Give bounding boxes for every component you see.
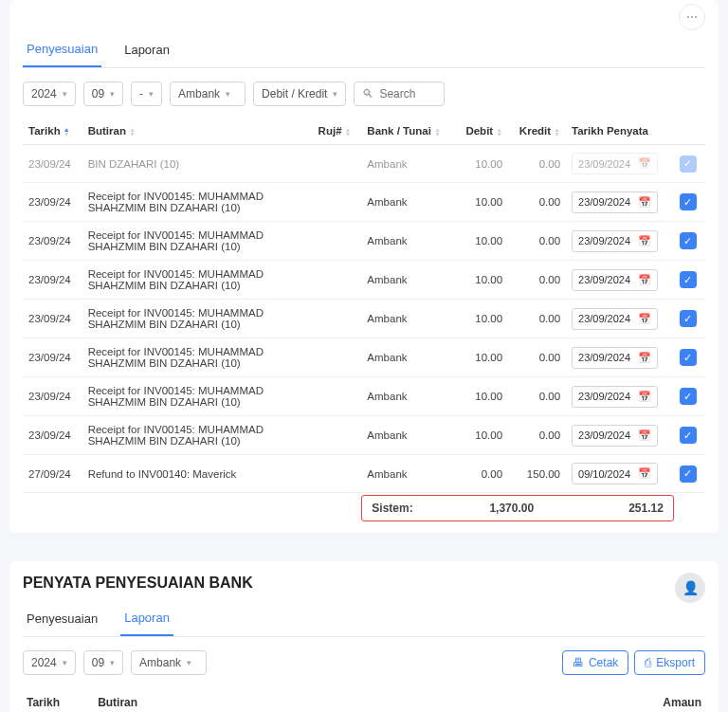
dash-select[interactable]: -▾ <box>131 82 162 106</box>
month-value-2: 09 <box>92 656 104 669</box>
col-banktunai[interactable]: Bank / Tunai▲▼ <box>361 118 455 145</box>
reconciliation-panel: ⋯ Penyesuaian Laporan 2024▾ 09▾ -▾ Amban… <box>9 0 719 533</box>
print-button[interactable]: 🖶Cetak <box>562 650 628 675</box>
year-select-2[interactable]: 2024▾ <box>23 650 76 675</box>
col-tarikh[interactable]: Tarikh▲▼ <box>23 118 82 145</box>
calendar-icon: 📅 <box>638 235 651 247</box>
date-input[interactable]: 23/09/2024 📅 <box>572 192 658 213</box>
cell-penyata: 23/09/2024 📅 <box>566 145 674 183</box>
date-input[interactable]: 23/09/2024 📅 <box>572 347 658 369</box>
totals-debit: 1,370.00 <box>438 502 628 515</box>
tab-laporan[interactable]: Laporan <box>120 35 173 66</box>
cell-butiran: Refund to INV00140: Maverick <box>82 455 313 493</box>
filter-bar: 2024▾ 09▾ -▾ Ambank▾ Debit / Kredit▾ 🔍︎ <box>23 82 705 106</box>
col-ruj[interactable]: Ruj#▲▼ <box>313 118 362 145</box>
cell-ruj <box>313 338 362 377</box>
checkbox[interactable]: ✓ <box>680 310 697 327</box>
col-butiran[interactable]: Butiran▲▼ <box>82 118 313 145</box>
cell-penyata: 23/09/2024 📅 <box>566 183 674 222</box>
year-value-2: 2024 <box>31 656 57 669</box>
section-title: PENYATA PENYESUAIAN BANK <box>23 575 253 592</box>
cell-kredit: 150.00 <box>508 455 566 493</box>
date-input[interactable]: 23/09/2024 📅 <box>572 269 658 291</box>
cell-butiran: Receipt for INV00145: MUHAMMAD SHAHZMIM … <box>82 338 313 377</box>
calendar-icon: 📅 <box>638 157 651 170</box>
cell-penyata: 23/09/2024 📅 <box>566 261 674 300</box>
bank-select-2[interactable]: Ambank▾ <box>131 650 207 675</box>
chevron-down-icon: ▾ <box>333 89 337 99</box>
cell-bank: Ambank <box>361 183 455 222</box>
checkbox[interactable]: ✓ <box>680 155 697 173</box>
cell-ruj <box>313 222 362 261</box>
chevron-down-icon: ▾ <box>149 89 154 99</box>
col-kredit[interactable]: Kredit▲▼ <box>508 118 566 145</box>
calendar-icon: 📅 <box>638 274 651 286</box>
cell-debit: 10.00 <box>455 416 508 455</box>
bank-select[interactable]: Ambank▾ <box>170 82 246 106</box>
tab-penyesuaian-2[interactable]: Penyesuaian <box>23 604 101 635</box>
date-input[interactable]: 23/09/2024 📅 <box>572 230 658 252</box>
table-row: 23/09/24Receipt for INV00145: MUHAMMAD S… <box>23 300 705 338</box>
filter-bar-2: 2024▾ 09▾ Ambank▾ 🖶Cetak ⎙Eksport <box>23 650 705 675</box>
tabs-2: Penyesuaian Laporan <box>23 603 705 637</box>
checkbox[interactable]: ✓ <box>680 349 697 366</box>
bank-value-2: Ambank <box>139 656 181 669</box>
checkbox[interactable]: ✓ <box>680 388 697 405</box>
checkbox[interactable]: ✓ <box>680 466 697 483</box>
date-input[interactable]: 23/09/2024 📅 <box>572 425 658 447</box>
cell-bank: Ambank <box>361 338 455 377</box>
col-debit[interactable]: Debit▲▼ <box>455 118 508 145</box>
checkbox[interactable]: ✓ <box>680 232 697 249</box>
cell-butiran: Receipt for INV00145: MUHAMMAD SHAHZMIM … <box>82 222 313 261</box>
month-select-2[interactable]: 09▾ <box>83 650 123 675</box>
date-input[interactable]: 23/09/2024 📅 <box>572 308 658 330</box>
cell-tarikh: 23/09/24 <box>23 416 82 455</box>
avatar[interactable]: 👤 <box>675 573 705 603</box>
cell-check: ✓ <box>674 300 705 338</box>
chevron-down-icon: ▾ <box>110 658 115 667</box>
cell-penyata: 23/09/2024 📅 <box>566 300 674 338</box>
print-label: Cetak <box>589 656 618 669</box>
tab-penyesuaian[interactable]: Penyesuaian <box>23 34 101 67</box>
chevron-down-icon: ▾ <box>226 89 230 99</box>
cell-tarikh: 23/09/24 <box>23 338 82 377</box>
cell-debit: 10.00 <box>455 145 508 183</box>
date-input[interactable]: 23/09/2024 📅 <box>572 386 658 408</box>
cell-bank: Ambank <box>361 416 455 455</box>
search-input[interactable] <box>379 87 436 100</box>
debitkredit-select[interactable]: Debit / Kredit▾ <box>253 82 346 106</box>
cell-butiran: Receipt for INV00145: MUHAMMAD SHAHZMIM … <box>82 261 313 300</box>
cell-ruj <box>313 416 362 455</box>
col-tarikh-penyata: Tarikh Penyata <box>566 118 674 145</box>
transactions-table: Tarikh▲▼ Butiran▲▼ Ruj#▲▼ Bank / Tunai▲▼… <box>23 118 705 521</box>
tab-laporan-2[interactable]: Laporan <box>120 603 173 636</box>
cell-tarikh: 23/09/24 <box>23 145 82 183</box>
cell-check: ✓ <box>674 183 705 222</box>
cell-bank: Ambank <box>361 261 455 300</box>
cell-bank: Ambank <box>361 145 455 183</box>
checkbox[interactable]: ✓ <box>680 193 697 210</box>
cell-penyata: 23/09/2024 📅 <box>566 338 674 377</box>
table-row: 23/09/24Receipt for INV00145: MUHAMMAD S… <box>23 377 705 416</box>
date-input[interactable]: 09/10/2024 📅 <box>572 463 658 484</box>
cell-kredit: 0.00 <box>508 416 566 455</box>
year-select[interactable]: 2024▾ <box>23 82 76 106</box>
sort-icon: ▲▼ <box>496 127 502 137</box>
export-button[interactable]: ⎙Eksport <box>634 650 705 675</box>
chevron-down-icon: ▾ <box>187 658 191 667</box>
checkbox[interactable]: ✓ <box>680 427 697 444</box>
cell-penyata: 23/09/2024 📅 <box>566 222 674 261</box>
cell-kredit: 0.00 <box>508 145 566 183</box>
more-icon[interactable]: ⋯ <box>679 4 705 30</box>
month-select[interactable]: 09▾ <box>83 82 123 106</box>
print-icon: 🖶 <box>573 656 584 669</box>
sort-icon: ▲▼ <box>345 127 352 137</box>
table-row: 23/09/24Receipt for INV00145: MUHAMMAD S… <box>23 338 705 377</box>
search-box[interactable]: 🔍︎ <box>354 82 445 106</box>
checkbox[interactable]: ✓ <box>680 271 697 288</box>
cell-kredit: 0.00 <box>508 261 566 300</box>
date-input[interactable]: 23/09/2024 📅 <box>572 153 658 174</box>
table-row: 23/09/24BIN DZAHARI (10)Ambank10.000.002… <box>23 145 705 183</box>
sort-icon: ▲▼ <box>129 127 136 137</box>
cell-tarikh: 23/09/24 <box>23 183 82 222</box>
